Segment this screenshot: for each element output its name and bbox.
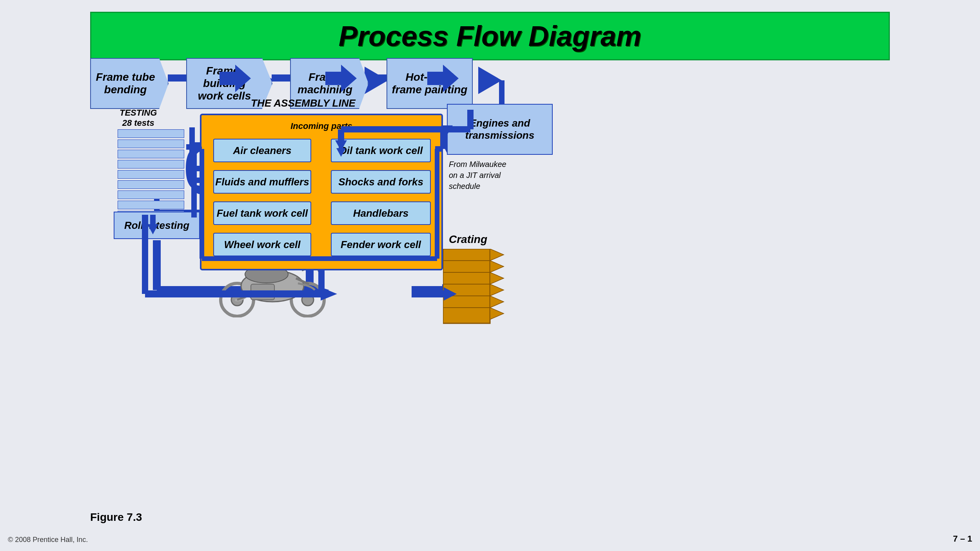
- svg-marker-38: [490, 308, 504, 319]
- svg-marker-37: [490, 296, 504, 308]
- flow-step1: Frame tube bending: [90, 58, 169, 109]
- wheel-cell: Wheel work cell: [213, 233, 311, 256]
- step1-label: Frame tube bending: [96, 71, 163, 96]
- svg-marker-33: [490, 249, 504, 261]
- air-cleaners-cell: Air cleaners: [213, 139, 311, 162]
- incoming-parts-label: Incoming parts: [290, 121, 352, 131]
- assembly-line-box: Incoming parts Air cleaners Oil tank wor…: [200, 114, 443, 270]
- page-number: 7 – 1: [953, 534, 972, 544]
- title-bar: Process Flow Diagram: [90, 12, 890, 60]
- step3-label: Frame machining: [298, 71, 361, 96]
- fluids-mufflers-cell: Fluids and mufflers: [213, 170, 311, 194]
- from-milwaukee-note: From Milwaukee on a JIT arrival schedule: [449, 159, 506, 192]
- step2-label: Frame-building work cells: [187, 65, 272, 102]
- svg-rect-27: [443, 249, 490, 323]
- oil-tank-cell: Oil tank work cell: [331, 139, 431, 162]
- fuel-tank-cell: Fuel tank work cell: [213, 201, 311, 225]
- flow-step4: Hot-paint frame painting: [387, 58, 473, 109]
- svg-marker-34: [490, 261, 504, 272]
- engines-box: Engines and transmissions: [447, 104, 553, 155]
- roller-testing-box: Roller testing: [114, 212, 200, 239]
- copyright-text: © 2008 Prentice Hall, Inc.: [8, 536, 88, 544]
- arrow1: [168, 74, 187, 82]
- arrow2: [272, 74, 291, 82]
- svg-rect-47: [251, 284, 274, 300]
- fender-cell: Fender work cell: [331, 233, 431, 256]
- svg-marker-59: [187, 144, 195, 146]
- handlebars-cell: Handlebars: [331, 201, 431, 225]
- step4-label: Hot-paint frame painting: [392, 71, 468, 96]
- arrow3: [368, 74, 387, 82]
- crating-label: Crating: [449, 233, 487, 246]
- svg-marker-36: [490, 284, 504, 296]
- figure-label: Figure 7.3: [90, 511, 142, 524]
- svg-point-42: [302, 294, 314, 306]
- page-title: Process Flow Diagram: [103, 20, 877, 52]
- testing-label: TESTING 28 tests: [120, 108, 157, 128]
- svg-marker-35: [490, 272, 504, 284]
- assembly-line-label: THE ASSEMBLY LINE: [251, 97, 356, 109]
- shocks-forks-cell: Shocks and forks: [331, 170, 431, 194]
- crating-graphic: [443, 249, 512, 327]
